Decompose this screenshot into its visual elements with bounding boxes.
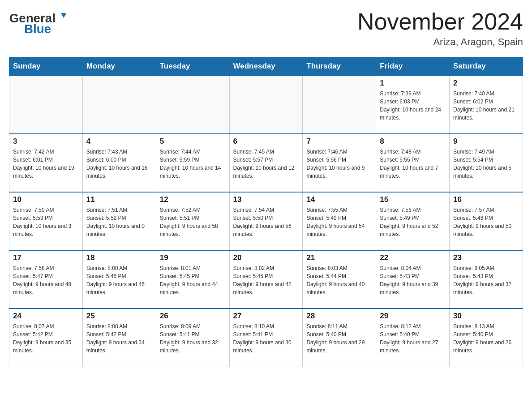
day-number: 8: [380, 137, 446, 146]
day-info: Sunrise: 7:49 AMSunset: 5:54 PMDaylight:…: [453, 148, 519, 180]
weekday-thursday: Thursday: [303, 57, 376, 76]
day-cell: [303, 76, 376, 134]
day-number: 20: [233, 253, 299, 262]
day-cell: 22Sunrise: 8:04 AMSunset: 5:43 PMDayligh…: [376, 250, 450, 308]
day-cell: 4Sunrise: 7:43 AMSunset: 6:00 PMDaylight…: [82, 134, 156, 192]
day-info: Sunrise: 8:02 AMSunset: 5:45 PMDaylight:…: [233, 264, 299, 296]
calendar-table: SundayMondayTuesdayWednesdayThursdayFrid…: [9, 57, 523, 367]
title-block: November 2024 Ariza, Aragon, Spain: [357, 9, 523, 48]
day-cell: 19Sunrise: 8:01 AMSunset: 5:45 PMDayligh…: [156, 250, 229, 308]
day-number: 3: [13, 137, 79, 146]
day-info: Sunrise: 7:56 AMSunset: 5:49 PMDaylight:…: [380, 206, 446, 238]
day-number: 27: [233, 312, 299, 321]
day-cell: 27Sunrise: 8:10 AMSunset: 5:41 PMDayligh…: [229, 308, 303, 367]
day-info: Sunrise: 7:48 AMSunset: 5:55 PMDaylight:…: [380, 148, 446, 180]
day-number: 10: [13, 195, 79, 204]
day-cell: [229, 76, 303, 134]
week-row-2: 3Sunrise: 7:42 AMSunset: 6:01 PMDaylight…: [9, 134, 523, 192]
day-info: Sunrise: 8:04 AMSunset: 5:43 PMDaylight:…: [380, 264, 446, 296]
day-number: 16: [453, 195, 519, 204]
day-number: 26: [160, 312, 226, 321]
day-number: 6: [233, 137, 299, 146]
day-cell: 6Sunrise: 7:45 AMSunset: 5:57 PMDaylight…: [229, 134, 303, 192]
day-info: Sunrise: 7:52 AMSunset: 5:51 PMDaylight:…: [160, 206, 226, 238]
weekday-sunday: Sunday: [9, 57, 83, 76]
day-number: 1: [380, 79, 446, 88]
day-number: 28: [306, 312, 372, 321]
day-number: 24: [13, 312, 79, 321]
day-cell: 11Sunrise: 7:51 AMSunset: 5:52 PMDayligh…: [82, 192, 156, 250]
day-number: 13: [233, 195, 299, 204]
day-info: Sunrise: 7:58 AMSunset: 5:47 PMDaylight:…: [13, 264, 79, 296]
day-cell: 26Sunrise: 8:09 AMSunset: 5:41 PMDayligh…: [156, 308, 229, 367]
day-info: Sunrise: 7:50 AMSunset: 5:53 PMDaylight:…: [13, 206, 79, 238]
day-cell: 28Sunrise: 8:11 AMSunset: 5:40 PMDayligh…: [303, 308, 376, 367]
day-info: Sunrise: 8:00 AMSunset: 5:46 PMDaylight:…: [86, 264, 152, 296]
day-info: Sunrise: 7:57 AMSunset: 5:48 PMDaylight:…: [453, 206, 519, 238]
weekday-monday: Monday: [82, 57, 156, 76]
day-info: Sunrise: 7:43 AMSunset: 6:00 PMDaylight:…: [86, 148, 152, 180]
day-cell: 12Sunrise: 7:52 AMSunset: 5:51 PMDayligh…: [156, 192, 229, 250]
day-info: Sunrise: 7:51 AMSunset: 5:52 PMDaylight:…: [86, 206, 152, 238]
day-cell: 8Sunrise: 7:48 AMSunset: 5:55 PMDaylight…: [376, 134, 450, 192]
day-cell: 7Sunrise: 7:46 AMSunset: 5:56 PMDaylight…: [303, 134, 376, 192]
logo-svg: General Blue: [9, 9, 72, 36]
day-info: Sunrise: 8:13 AMSunset: 5:40 PMDaylight:…: [453, 322, 519, 355]
calendar-body: 1Sunrise: 7:39 AMSunset: 6:03 PMDaylight…: [9, 76, 523, 367]
day-cell: 29Sunrise: 8:12 AMSunset: 5:40 PMDayligh…: [376, 308, 450, 367]
day-cell: 10Sunrise: 7:50 AMSunset: 5:53 PMDayligh…: [9, 192, 83, 250]
page-header: General Blue November 2024 Ariza, Aragon…: [9, 9, 523, 48]
weekday-tuesday: Tuesday: [156, 57, 229, 76]
day-cell: 2Sunrise: 7:40 AMSunset: 6:02 PMDaylight…: [450, 76, 523, 134]
day-info: Sunrise: 8:03 AMSunset: 5:44 PMDaylight:…: [306, 264, 372, 296]
day-cell: 9Sunrise: 7:49 AMSunset: 5:54 PMDaylight…: [450, 134, 523, 192]
day-number: 2: [453, 79, 519, 88]
day-number: 25: [86, 312, 152, 321]
month-title: November 2024: [357, 9, 523, 34]
day-number: 15: [380, 195, 446, 204]
day-number: 30: [453, 312, 519, 321]
day-number: 7: [306, 137, 372, 146]
day-info: Sunrise: 8:12 AMSunset: 5:40 PMDaylight:…: [380, 322, 446, 355]
day-info: Sunrise: 8:09 AMSunset: 5:41 PMDaylight:…: [160, 322, 226, 355]
day-cell: 14Sunrise: 7:55 AMSunset: 5:49 PMDayligh…: [303, 192, 376, 250]
day-number: 12: [160, 195, 226, 204]
location-title: Ariza, Aragon, Spain: [357, 36, 523, 48]
day-number: 5: [160, 137, 226, 146]
calendar-header: SundayMondayTuesdayWednesdayThursdayFrid…: [9, 57, 523, 76]
day-info: Sunrise: 7:54 AMSunset: 5:50 PMDaylight:…: [233, 206, 299, 238]
day-info: Sunrise: 8:01 AMSunset: 5:45 PMDaylight:…: [160, 264, 226, 296]
day-number: 11: [86, 195, 152, 204]
day-cell: 13Sunrise: 7:54 AMSunset: 5:50 PMDayligh…: [229, 192, 303, 250]
day-cell: 16Sunrise: 7:57 AMSunset: 5:48 PMDayligh…: [450, 192, 523, 250]
day-number: 29: [380, 312, 446, 321]
day-info: Sunrise: 8:07 AMSunset: 5:42 PMDaylight:…: [13, 322, 79, 355]
day-cell: [9, 76, 83, 134]
logo: General Blue: [9, 9, 72, 36]
day-cell: 3Sunrise: 7:42 AMSunset: 6:01 PMDaylight…: [9, 134, 83, 192]
day-cell: 15Sunrise: 7:56 AMSunset: 5:49 PMDayligh…: [376, 192, 450, 250]
weekday-saturday: Saturday: [450, 57, 523, 76]
day-number: 21: [306, 253, 372, 262]
svg-text:Blue: Blue: [24, 22, 51, 36]
weekday-wednesday: Wednesday: [229, 57, 303, 76]
weekday-friday: Friday: [376, 57, 450, 76]
day-cell: 17Sunrise: 7:58 AMSunset: 5:47 PMDayligh…: [9, 250, 83, 308]
day-info: Sunrise: 7:39 AMSunset: 6:03 PMDaylight:…: [380, 90, 446, 122]
day-number: 9: [453, 137, 519, 146]
day-number: 14: [306, 195, 372, 204]
day-cell: 18Sunrise: 8:00 AMSunset: 5:46 PMDayligh…: [82, 250, 156, 308]
day-cell: 30Sunrise: 8:13 AMSunset: 5:40 PMDayligh…: [450, 308, 523, 367]
day-info: Sunrise: 8:08 AMSunset: 5:42 PMDaylight:…: [86, 322, 152, 355]
day-cell: 24Sunrise: 8:07 AMSunset: 5:42 PMDayligh…: [9, 308, 83, 367]
day-cell: 1Sunrise: 7:39 AMSunset: 6:03 PMDaylight…: [376, 76, 450, 134]
day-cell: 20Sunrise: 8:02 AMSunset: 5:45 PMDayligh…: [229, 250, 303, 308]
day-info: Sunrise: 8:05 AMSunset: 5:43 PMDaylight:…: [453, 264, 519, 296]
week-row-1: 1Sunrise: 7:39 AMSunset: 6:03 PMDaylight…: [9, 76, 523, 134]
day-number: 22: [380, 253, 446, 262]
week-row-5: 24Sunrise: 8:07 AMSunset: 5:42 PMDayligh…: [9, 308, 523, 367]
day-cell: [156, 76, 229, 134]
day-number: 4: [86, 137, 152, 146]
week-row-3: 10Sunrise: 7:50 AMSunset: 5:53 PMDayligh…: [9, 192, 523, 250]
day-info: Sunrise: 7:40 AMSunset: 6:02 PMDaylight:…: [453, 90, 519, 122]
